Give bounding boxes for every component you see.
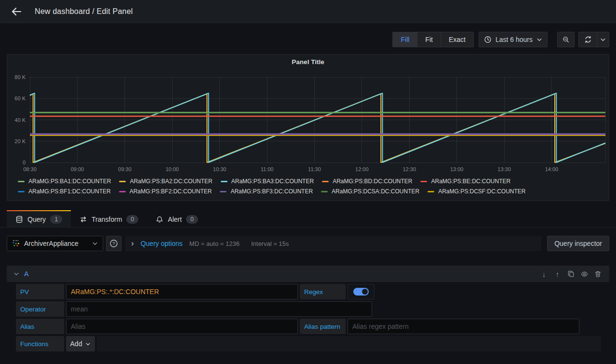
query-editor-body: PV Regex Operator Alias Alias pattern Fu… <box>16 284 609 351</box>
series-line <box>30 94 605 163</box>
back-button[interactable] <box>8 3 25 20</box>
pv-label: PV <box>16 284 64 299</box>
toggle-visibility-button[interactable] <box>581 269 588 279</box>
legend-series-mark <box>18 181 25 182</box>
legend-item[interactable]: ARaMG:PS:BD:DC:COUNTER <box>322 177 412 185</box>
legend-item[interactable]: ARaMG:PS:DCSF:DC:COUNTER <box>428 188 525 195</box>
legend-item[interactable]: ARaMG:PS:BA1:DC:COUNTER <box>18 177 111 185</box>
legend-series-label: ARaMG:PS:BA3:DC:COUNTER <box>231 178 314 185</box>
datasource-picker[interactable]: ArchiverAppliance <box>7 236 103 251</box>
tab-label: Alert <box>168 216 182 223</box>
query-section: ArchiverAppliance ? › Query options MD =… <box>0 228 616 351</box>
move-query-down-button[interactable]: ↓ <box>540 269 548 279</box>
legend-series-label: ARaMG:PS:BA2:DC:COUNTER <box>130 178 212 185</box>
display-mode-group: Fill Fit Exact <box>392 32 473 47</box>
transform-count-badge: 0 <box>126 215 138 224</box>
legend-series-mark <box>220 191 227 192</box>
delete-query-button[interactable] <box>594 269 602 279</box>
svg-text:12:30: 12:30 <box>402 166 416 172</box>
datasource-name: ArchiverAppliance <box>24 240 88 247</box>
chart-legend: ARaMG:PS:BA1:DC:COUNTERARaMG:PS:BA2:DC:C… <box>18 177 582 195</box>
collapse-chevron-icon[interactable] <box>13 271 19 277</box>
legend-series-mark <box>18 191 25 192</box>
legend-item[interactable]: ARaMG:PS:BA3:DC:COUNTER <box>221 177 314 185</box>
panel-title[interactable]: Panel Title <box>7 54 609 66</box>
legend-item[interactable]: ARaMG:PS:BF3:DC:COUNTER <box>220 188 313 195</box>
panel-preview: Panel Title 020 K40 K60 K80 K08:3009:000… <box>7 54 609 201</box>
regex-toggle[interactable] <box>353 288 369 296</box>
legend-series-mark <box>221 181 228 182</box>
tab-transform[interactable]: Transform 0 <box>71 210 147 227</box>
chevron-down-icon <box>536 37 542 42</box>
legend-series-label: ARaMG:PS:BE:DC:COUNTER <box>431 178 510 185</box>
timeseries-chart[interactable]: 020 K40 K60 K80 K08:3009:0009:3010:0010:… <box>8 68 609 175</box>
legend-item[interactable]: ARaMG:PS:DCSA:DC:COUNTER <box>321 188 419 195</box>
refresh-interval-dropdown[interactable] <box>597 32 609 47</box>
clock-icon <box>484 36 492 43</box>
display-mode-fit[interactable]: Fit <box>417 32 441 47</box>
add-function-button[interactable]: Add <box>66 336 95 351</box>
tab-alert[interactable]: Alert 0 <box>147 210 207 227</box>
svg-text:60 K: 60 K <box>14 95 26 101</box>
svg-text:80 K: 80 K <box>14 74 26 80</box>
duplicate-query-button[interactable] <box>567 269 575 279</box>
top-navbar: New dashboard / Edit Panel <box>0 0 616 23</box>
svg-text:10:30: 10:30 <box>213 166 227 172</box>
legend-series-label: ARaMG:PS:BF3:DC:COUNTER <box>230 188 313 195</box>
svg-text:13:00: 13:00 <box>450 166 464 172</box>
alert-count-badge: 0 <box>186 215 198 224</box>
alias-label: Alias <box>16 319 64 334</box>
editor-tabs: Query 1 Transform 0 Alert 0 <box>0 210 616 228</box>
display-mode-exact[interactable]: Exact <box>441 32 473 47</box>
chevron-down-icon <box>85 341 91 347</box>
alias-pattern-input[interactable] <box>348 319 579 334</box>
datasource-row: ArchiverAppliance ? › Query options MD =… <box>7 236 609 251</box>
datasource-logo-icon <box>12 240 20 247</box>
time-range-picker[interactable]: Last 6 hours <box>479 32 548 47</box>
alias-input[interactable] <box>66 319 298 334</box>
operator-input[interactable] <box>66 301 372 317</box>
query-row-header[interactable]: A ↓ ↑ <box>7 266 609 282</box>
time-range-label: Last 6 hours <box>495 36 533 43</box>
legend-series-mark <box>428 191 434 192</box>
chevron-down-icon <box>92 241 98 246</box>
legend-item[interactable]: ARaMG:PS:BF2:DC:COUNTER <box>119 188 212 195</box>
svg-text:09:00: 09:00 <box>71 166 84 172</box>
alias-pattern-label: Alias pattern <box>300 319 346 334</box>
refresh-button[interactable] <box>578 32 597 47</box>
angle-right-icon[interactable]: › <box>131 239 134 247</box>
move-query-up-button[interactable]: ↑ <box>554 269 561 279</box>
zoom-out-icon <box>562 36 569 43</box>
legend-item[interactable]: ARaMG:PS:BF1:DC:COUNTER <box>18 188 111 195</box>
svg-text:14:00: 14:00 <box>545 166 559 172</box>
svg-text:09:30: 09:30 <box>118 166 132 172</box>
svg-text:11:30: 11:30 <box>308 166 321 172</box>
trash-icon <box>594 270 602 278</box>
operator-label: Operator <box>16 301 64 317</box>
series-line <box>30 93 605 162</box>
legend-series-label: ARaMG:PS:DCSF:DC:COUNTER <box>438 188 525 195</box>
svg-text:10:00: 10:00 <box>165 166 179 172</box>
chevron-down-icon <box>600 37 606 42</box>
legend-series-label: ARaMG:PS:BD:DC:COUNTER <box>333 178 412 185</box>
display-mode-fill[interactable]: Fill <box>393 32 417 47</box>
query-options-toggle[interactable]: Query options <box>141 240 183 247</box>
refresh-split-button <box>578 32 609 47</box>
pv-input[interactable] <box>66 284 298 299</box>
legend-item[interactable]: ARaMG:PS:BE:DC:COUNTER <box>420 177 510 185</box>
legend-series-mark <box>119 191 126 192</box>
datasource-help-button[interactable]: ? <box>106 236 121 251</box>
database-icon <box>15 216 23 223</box>
legend-item[interactable]: ARaMG:PS:BA2:DC:COUNTER <box>119 177 212 185</box>
query-options-bar[interactable]: › Query options MD = auto = 1236 Interva… <box>125 236 541 251</box>
legend-series-mark <box>321 191 328 192</box>
legend-series-label: ARaMG:PS:DCSA:DC:COUNTER <box>332 188 419 195</box>
interval-summary: Interval = 15s <box>251 240 289 247</box>
functions-label: Functions <box>16 336 64 351</box>
legend-series-mark <box>119 181 126 182</box>
zoom-out-button[interactable] <box>557 32 575 47</box>
pv-row: PV Regex <box>16 284 609 299</box>
tab-query[interactable]: Query 1 <box>7 210 71 227</box>
legend-series-label: ARaMG:PS:BA1:DC:COUNTER <box>28 178 111 185</box>
query-inspector-button[interactable]: Query inspector <box>547 236 609 251</box>
